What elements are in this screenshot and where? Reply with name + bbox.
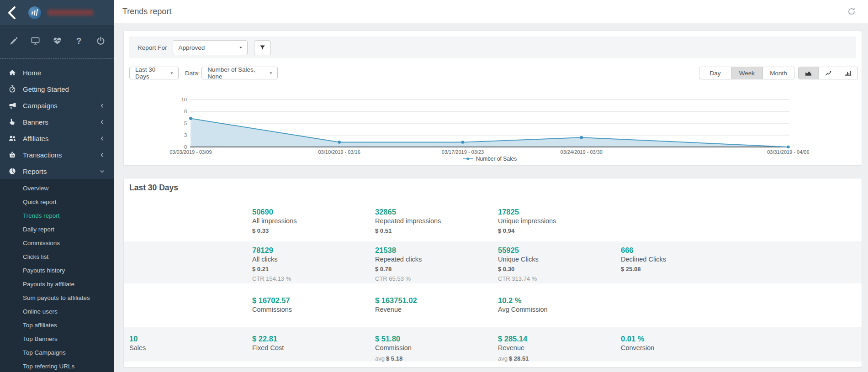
submenu-item-payouts-history[interactable]: Payouts history bbox=[0, 264, 114, 278]
caret-down-icon bbox=[238, 45, 243, 50]
power-button[interactable] bbox=[92, 36, 109, 50]
x-axis-label: 03/03/2019 - 03/09 bbox=[169, 149, 212, 155]
report-for-select[interactable]: Approved bbox=[173, 40, 248, 55]
stat-avg-value: avg$ 28.51 bbox=[498, 355, 621, 362]
sidebar-item-home[interactable]: Home bbox=[0, 64, 114, 81]
chart-legend[interactable]: Number of Sales bbox=[190, 155, 789, 162]
trend-chart: 10853003/03/2019 - 03/0903/10/2019 - 03/… bbox=[174, 95, 814, 161]
period-day-button[interactable]: Day bbox=[699, 67, 731, 79]
submenu-item-payouts-by-affiliate[interactable]: Payouts by affiliate bbox=[0, 278, 114, 291]
refresh-button[interactable] bbox=[847, 7, 856, 16]
data-point[interactable] bbox=[338, 141, 341, 144]
sidebar-item-label: Reports bbox=[23, 168, 99, 175]
sidebar-item-campaigns[interactable]: Campaigns bbox=[0, 97, 114, 114]
stat-value: 10.2 % bbox=[498, 296, 621, 304]
stat-label: Sales bbox=[129, 344, 252, 351]
filter-icon bbox=[259, 44, 266, 51]
monitor-button[interactable] bbox=[27, 36, 44, 50]
chart-controls: Last 30 Days Data: Number of Sales, None… bbox=[129, 67, 858, 79]
period-month-button[interactable]: Month bbox=[762, 67, 794, 79]
chevron-left-icon bbox=[5, 5, 20, 21]
stat-value: $ 163751.02 bbox=[375, 296, 498, 304]
caret-down-icon bbox=[169, 70, 175, 76]
submenu-item-daily-report[interactable]: Daily report bbox=[0, 223, 114, 236]
sidebar: ? HomeGetting StartedCampaignsBannersAff… bbox=[0, 0, 114, 372]
x-axis-label: 03/17/2019 - 03/23 bbox=[442, 149, 484, 155]
stat-cell-declined-clicks: 666Declined Clicks$ 25.08 bbox=[621, 246, 744, 283]
bar-chart-button[interactable] bbox=[838, 67, 857, 79]
stat-cell-empty bbox=[621, 296, 744, 327]
data-point[interactable] bbox=[787, 146, 790, 149]
stat-value: 21538 bbox=[375, 246, 498, 254]
edit-button[interactable] bbox=[5, 36, 22, 50]
submenu-item-top-campaigns[interactable]: Top Campaigns bbox=[0, 346, 114, 360]
submenu-item-sum-payouts-to-affiliates[interactable]: Sum payouts to affiliates bbox=[0, 291, 114, 305]
sidebar-item-affiliates[interactable]: Affiliates bbox=[0, 130, 114, 147]
area-chart-button[interactable] bbox=[799, 67, 818, 79]
submenu-item-trends-report[interactable]: Trends report bbox=[0, 209, 114, 223]
sidebar-item-getting-started[interactable]: Getting Started bbox=[0, 81, 114, 97]
stat-value: 666 bbox=[621, 246, 744, 254]
stat-value: $ 16702.57 bbox=[252, 296, 375, 304]
y-axis-tick-label: 5 bbox=[184, 121, 187, 126]
stat-ctr-value: CTR 65.53 % bbox=[375, 275, 498, 282]
data-point[interactable] bbox=[189, 117, 192, 120]
stat-sub-value: $ 0.33 bbox=[252, 227, 375, 234]
back-button[interactable] bbox=[5, 5, 20, 21]
stat-value: 0.01 % bbox=[621, 335, 744, 343]
stat-ctr-value: CTR 313.74 % bbox=[498, 275, 621, 282]
stats-row: 10Sales$ 22.81Fixed Cost$ 51.80Commissio… bbox=[124, 327, 862, 362]
filter-button[interactable] bbox=[254, 40, 271, 55]
stat-label: Commissions bbox=[252, 306, 375, 313]
chevron-left-icon bbox=[99, 119, 105, 125]
stat-label: Repeated clicks bbox=[375, 256, 498, 263]
stat-value: 50690 bbox=[252, 208, 375, 216]
submenu-item-top-affiliates[interactable]: Top affiliates bbox=[0, 319, 114, 332]
chevron-down-icon bbox=[99, 168, 105, 174]
stat-sub-value: $ 0.21 bbox=[252, 266, 375, 272]
data-select[interactable]: Number of Sales, None bbox=[201, 67, 278, 79]
data-point[interactable] bbox=[461, 141, 465, 144]
data-select-value: Number of Sales, None bbox=[207, 66, 265, 80]
bar-chart-icon bbox=[844, 69, 852, 77]
users-icon bbox=[7, 134, 17, 142]
health-button[interactable] bbox=[49, 36, 65, 50]
help-button[interactable]: ? bbox=[71, 36, 87, 50]
stat-cell-empty bbox=[621, 208, 744, 241]
submenu-item-commissions[interactable]: Commissions bbox=[0, 236, 114, 250]
y-axis-tick-label: 3 bbox=[184, 132, 187, 138]
period-week-button[interactable]: Week bbox=[731, 67, 762, 79]
sidebar-quick-icons: ? bbox=[0, 25, 114, 58]
health-icon bbox=[53, 36, 62, 46]
stat-value: 55925 bbox=[498, 246, 621, 254]
chevron-left-icon bbox=[99, 152, 105, 158]
sidebar-item-reports[interactable]: Reports bbox=[0, 163, 114, 179]
chevron-left-icon bbox=[99, 136, 105, 141]
caret-down-icon bbox=[268, 70, 274, 76]
stat-cell-unique-clicks: 55925Unique Clicks$ 0.30CTR 313.74 % bbox=[498, 246, 621, 283]
stat-cell-repeated-clicks: 21538Repeated clicks$ 0.78CTR 65.53 % bbox=[375, 246, 498, 283]
stat-cell-fixed-cost: $ 22.81Fixed Cost bbox=[252, 335, 375, 362]
submenu-item-top-referring-urls[interactable]: Top referring URLs bbox=[0, 360, 114, 372]
stat-label: Repeated impressions bbox=[375, 217, 498, 225]
page-header: Trends report bbox=[114, 0, 868, 23]
chart-type-toggle bbox=[798, 67, 858, 79]
data-point[interactable] bbox=[580, 136, 583, 139]
line-chart-button[interactable] bbox=[818, 67, 838, 79]
stat-label: All clicks bbox=[252, 256, 375, 263]
sidebar-nav: HomeGetting StartedCampaignsBannersAffil… bbox=[0, 59, 114, 179]
date-range-select[interactable]: Last 30 Days bbox=[129, 67, 179, 79]
stat-cell-all-clicks: 78129All clicks$ 0.21CTR 154.13 % bbox=[252, 246, 375, 283]
sidebar-item-banners[interactable]: Banners bbox=[0, 114, 114, 130]
submenu-item-top-banners[interactable]: Top Banners bbox=[0, 332, 114, 346]
submenu-item-overview[interactable]: Overview bbox=[0, 182, 114, 195]
filter-bar: Report For Approved bbox=[129, 37, 856, 58]
stat-cell-empty bbox=[129, 208, 252, 241]
submenu-item-clicks-list[interactable]: Clicks list bbox=[0, 250, 114, 264]
submenu-item-quick-report[interactable]: Quick report bbox=[0, 195, 114, 209]
stats-row: 50690All impressions$ 0.3332865Repeated … bbox=[124, 200, 862, 241]
submenu-item-online-users[interactable]: Online users bbox=[0, 305, 114, 319]
stat-label: Avg Commission bbox=[498, 306, 621, 313]
sidebar-item-transactions[interactable]: Transactions bbox=[0, 147, 114, 163]
stat-label: Revenue bbox=[498, 344, 621, 351]
